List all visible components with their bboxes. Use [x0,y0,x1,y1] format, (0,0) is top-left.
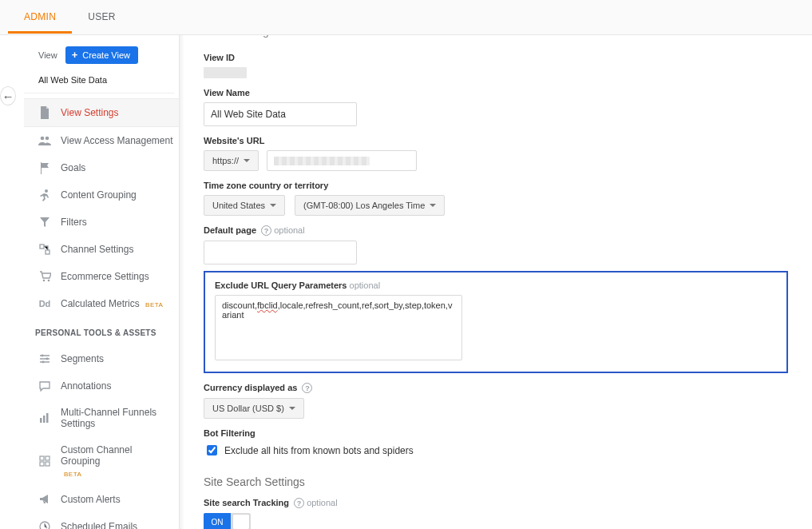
scheme-value: https:// [212,156,239,165]
create-view-label: Create View [82,50,130,60]
svg-rect-3 [40,245,44,249]
section-basic-settings: Basic Settings [204,35,788,43]
nav-scheduled-emails[interactable]: Scheduled Emails [24,513,179,529]
people-icon [38,134,51,147]
nav-view-access[interactable]: View Access Management [24,127,179,154]
nav-calculated-metrics[interactable]: Dd Calculated Metrics BETA [24,290,179,317]
tz-country-value: United States [212,201,265,210]
label-website-url: Website's URL [204,136,788,145]
caret-down-icon [430,204,436,207]
svg-rect-12 [46,413,49,423]
nav-label: Custom Alerts [61,494,121,505]
sidebar-group-title: PERSONAL TOOLS & ASSETS [24,317,179,340]
arrow-left-icon: ← [2,89,14,103]
label-default-page: Default page ? optional [204,225,788,236]
view-selector[interactable]: All Web Site Data [24,70,174,93]
input-website-url[interactable] [267,150,417,171]
beta-badge: BETA [145,301,163,308]
svg-point-2 [45,189,48,193]
person-run-icon [38,189,51,201]
help-icon[interactable]: ? [302,383,312,393]
admin-nav: View Settings View Access Management Goa… [24,98,179,317]
nav-label: Segments [61,353,104,364]
nav-ecommerce[interactable]: Ecommerce Settings [24,263,179,290]
nav-label: Goals [61,162,85,173]
nav-mcf-settings[interactable]: Multi-Channel FunnelsSettings [24,400,179,437]
currency-value: US Dollar (USD $) [212,404,284,413]
svg-rect-15 [40,462,44,466]
page-icon [38,106,51,119]
input-view-name[interactable] [204,102,357,126]
tab-admin[interactable]: ADMIN [8,1,72,34]
nav-channel-settings[interactable]: Channel Settings [24,236,179,263]
nav-annotations[interactable]: Annotations [24,372,179,400]
sidebar: View + Create View All Web Site Data Vie… [24,35,180,529]
select-url-scheme[interactable]: https:// [204,150,259,171]
toggle-knob [233,515,249,529]
beta-badge: BETA [64,471,81,478]
nav-segments[interactable]: Segments [24,345,179,372]
back-button[interactable]: ← [0,86,16,105]
help-icon[interactable]: ? [261,225,271,236]
svg-rect-14 [46,456,50,460]
nav-label: View Settings [61,107,119,118]
nav-label: Custom Channel Grouping [61,444,132,467]
svg-point-9 [42,361,45,364]
nav-label: Content Grouping [61,189,137,201]
cart-icon [38,270,51,283]
grid-icon [38,455,51,467]
help-icon[interactable]: ? [294,498,304,508]
create-view-button[interactable]: + Create View [65,46,138,64]
svg-rect-10 [40,418,42,423]
caret-down-icon [270,204,276,207]
svg-point-0 [41,137,45,141]
chat-icon [38,380,51,392]
redacted-url [274,157,370,165]
input-default-page[interactable] [204,241,357,264]
megaphone-icon [38,493,51,506]
nav-label: Scheduled Emails [61,521,137,529]
select-tz-country[interactable]: United States [204,195,285,216]
section-site-search: Site Search Settings [204,475,788,488]
caret-down-icon [244,159,250,162]
view-id-value [204,67,247,78]
label-bot-filtering: Bot Filtering [204,428,788,438]
toggle-on-label: ON [204,513,231,529]
tools-nav: Segments Annotations Multi-Channel Funne… [24,345,179,529]
label-view-id: View ID [204,53,788,62]
textarea-exclude-params[interactable]: discount,fbclid,locale,refresh_count,ref… [215,295,462,360]
nav-content-grouping[interactable]: Content Grouping [24,181,179,209]
svg-point-7 [42,355,44,357]
svg-rect-16 [46,462,50,466]
sliders-icon [38,352,51,365]
checkbox-bot-filtering[interactable]: Exclude all hits from known bots and spi… [204,443,788,458]
svg-point-5 [42,280,45,282]
caret-down-icon [289,407,295,410]
nav-label: Calculated Metrics [61,298,140,309]
nav-goals[interactable]: Goals [24,154,179,181]
channel-icon [38,243,51,256]
bars-icon [38,412,51,424]
nav-view-settings[interactable]: View Settings [24,98,179,127]
checkbox-input[interactable] [207,445,217,455]
toggle-site-search[interactable]: ON [204,513,251,529]
select-currency[interactable]: US Dollar (USD $) [204,398,304,419]
tab-user[interactable]: USER [72,1,132,34]
view-column-label: View [38,50,57,60]
main-panel: Basic Settings View ID View Name Website… [180,35,802,529]
top-tab-bar: ADMIN USER [0,0,812,35]
exclude-params-highlight: Exclude URL Query Parameters optional di… [204,271,788,373]
clock-icon [38,520,51,529]
nav-label: Ecommerce Settings [61,271,149,282]
funnel-icon [38,216,51,229]
nav-custom-channel-grouping[interactable]: Custom Channel Grouping BETA [24,437,179,486]
svg-rect-4 [46,250,50,254]
flag-icon [38,161,51,174]
svg-rect-13 [40,456,44,460]
select-tz-value[interactable]: (GMT-08:00) Los Angeles Time [295,195,445,216]
nav-filters[interactable]: Filters [24,209,179,236]
svg-rect-11 [43,416,46,423]
dd-icon: Dd [38,297,51,310]
nav-custom-alerts[interactable]: Custom Alerts [24,486,179,513]
label-view-name: View Name [204,88,788,97]
